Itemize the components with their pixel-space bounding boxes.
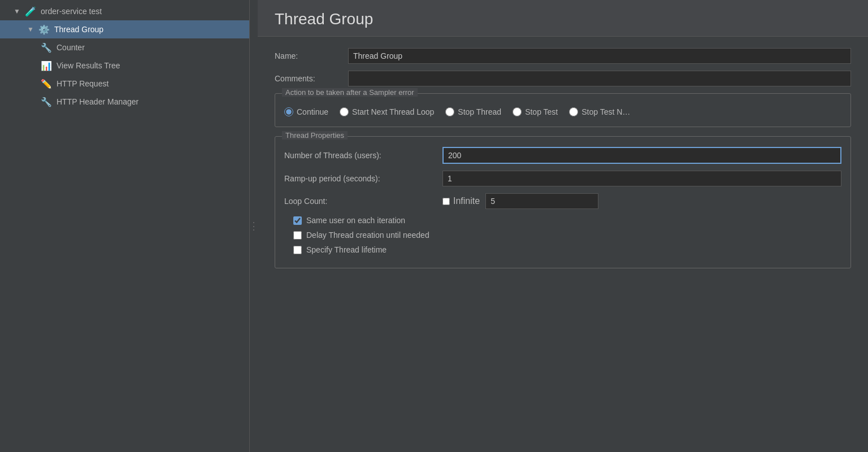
counter-label: Counter: [57, 43, 85, 52]
tree-http-request[interactable]: ✏️ HTTP Request: [0, 75, 249, 93]
tree-http-header[interactable]: 🔧 HTTP Header Manager: [0, 93, 249, 111]
radio-stop-thread-input[interactable]: [445, 107, 454, 116]
delay-thread-checkbox[interactable]: [293, 231, 302, 240]
radio-stop-test-now[interactable]: Stop Test N…: [569, 107, 630, 116]
num-threads-input[interactable]: [442, 147, 841, 164]
tree-counter[interactable]: 🔧 Counter: [0, 38, 249, 56]
radio-continue[interactable]: Continue: [284, 107, 328, 116]
loop-count-label: Loop Count:: [284, 197, 442, 206]
http-header-label: HTTP Header Manager: [57, 97, 138, 106]
ramp-up-row: Ramp-up period (seconds):: [284, 171, 841, 186]
specify-lifetime-label: Specify Thread lifetime: [306, 245, 387, 254]
delay-thread-row: Delay Thread creation until needed: [293, 231, 841, 240]
num-threads-row: Number of Threads (users):: [284, 147, 841, 164]
root-arrow: ▼: [14, 7, 23, 15]
num-threads-label: Number of Threads (users):: [284, 151, 442, 160]
comments-label: Comments:: [275, 74, 348, 83]
http-request-icon: ✏️: [41, 78, 52, 89]
tree-view-results[interactable]: 📊 View Results Tree: [0, 56, 249, 75]
main-panel: Thread Group Name: Comments: Action to b…: [258, 0, 868, 452]
name-label: Name:: [275, 51, 348, 60]
infinite-label: Infinite: [453, 196, 480, 206]
resize-handle[interactable]: ⋮: [250, 0, 258, 452]
radio-start-next[interactable]: Start Next Thread Loop: [340, 107, 434, 116]
sidebar: ▼ 🧪 order-service test ▼ ⚙️ Thread Group…: [0, 0, 250, 452]
infinite-wrap: Infinite: [442, 196, 480, 206]
tree-thread-group[interactable]: ▼ ⚙️ Thread Group: [0, 20, 249, 38]
loop-count-row: Loop Count: Infinite: [284, 193, 841, 209]
name-row: Name:: [275, 48, 851, 64]
thread-group-label: Thread Group: [54, 25, 103, 34]
same-user-checkbox[interactable]: [293, 216, 302, 225]
same-user-label: Same user on each iteration: [306, 216, 405, 225]
ramp-up-input[interactable]: [442, 171, 841, 186]
sampler-error-title: Action to be taken after a Sampler error: [282, 88, 418, 97]
radio-stop-test-label: Stop Test: [525, 107, 558, 116]
ramp-up-label: Ramp-up period (seconds):: [284, 174, 442, 183]
infinite-checkbox[interactable]: [442, 198, 450, 205]
results-label: View Results Tree: [57, 61, 120, 70]
name-input[interactable]: [348, 48, 851, 64]
radio-stop-thread-label: Stop Thread: [458, 107, 501, 116]
radio-start-next-label: Start Next Thread Loop: [352, 107, 434, 116]
counter-icon: 🔧: [41, 42, 52, 53]
tree-root-item[interactable]: ▼ 🧪 order-service test: [0, 2, 249, 20]
radio-start-next-input[interactable]: [340, 107, 349, 116]
radio-continue-input[interactable]: [284, 107, 293, 116]
thread-group-arrow: ▼: [27, 25, 36, 33]
radio-stop-test[interactable]: Stop Test: [513, 107, 558, 116]
radio-stop-test-now-label: Stop Test N…: [581, 107, 630, 116]
root-label: order-service test: [41, 7, 102, 16]
thread-group-icon: ⚙️: [38, 24, 50, 35]
radio-group: Continue Start Next Thread Loop Stop Thr…: [284, 102, 841, 119]
http-header-icon: 🔧: [41, 96, 52, 107]
thread-props-title: Thread Properties: [282, 131, 348, 140]
http-request-label: HTTP Request: [57, 79, 108, 88]
specify-lifetime-row: Specify Thread lifetime: [293, 245, 841, 254]
comments-input[interactable]: [348, 71, 851, 86]
results-icon: 📊: [41, 60, 52, 71]
radio-stop-thread[interactable]: Stop Thread: [445, 107, 501, 116]
radio-stop-test-now-input[interactable]: [569, 107, 578, 116]
comments-row: Comments:: [275, 71, 851, 86]
panel-title: Thread Group: [258, 0, 868, 37]
delay-thread-label: Delay Thread creation until needed: [306, 231, 429, 240]
thread-properties-section: Thread Properties Number of Threads (use…: [275, 136, 851, 268]
loop-count-input[interactable]: [485, 193, 598, 209]
same-user-row: Same user on each iteration: [293, 216, 841, 225]
form-area: Name: Comments: Action to be taken after…: [258, 37, 868, 452]
radio-continue-label: Continue: [297, 107, 328, 116]
sampler-error-section: Action to be taken after a Sampler error…: [275, 93, 851, 127]
root-icon: 🧪: [25, 6, 36, 17]
radio-stop-test-input[interactable]: [513, 107, 522, 116]
specify-lifetime-checkbox[interactable]: [293, 246, 302, 254]
